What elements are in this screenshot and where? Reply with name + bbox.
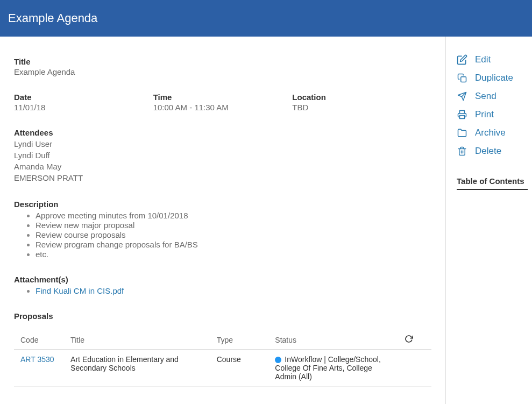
delete-label: Delete bbox=[475, 146, 501, 157]
send-label: Send bbox=[475, 91, 496, 102]
attachments-block: Attachment(s) Find Kuali CM in CIS.pdf bbox=[14, 275, 431, 295]
time-label: Time bbox=[153, 93, 293, 102]
col-status: Status bbox=[268, 330, 398, 350]
attachments-label: Attachment(s) bbox=[14, 275, 431, 284]
print-button[interactable]: Print bbox=[457, 105, 528, 124]
date-value: 11/01/18 bbox=[14, 103, 153, 112]
svg-rect-3 bbox=[460, 116, 465, 119]
date-label: Date bbox=[14, 93, 153, 102]
page-header: Example Agenda bbox=[0, 0, 532, 37]
attachments-list: Find Kuali CM in CIS.pdf bbox=[14, 286, 431, 295]
status-dot-icon bbox=[275, 357, 281, 363]
svg-rect-0 bbox=[461, 77, 466, 82]
folder-icon bbox=[457, 128, 467, 138]
proposal-status-text: InWorkflow | College/School, College Of … bbox=[275, 355, 380, 381]
delete-button[interactable]: Delete bbox=[457, 142, 528, 160]
proposal-code-link[interactable]: ART 3530 bbox=[20, 355, 54, 364]
title-block: Title Example Agenda bbox=[14, 57, 431, 76]
main-scroll-area[interactable]: Title Example Agenda Date 11/01/18 Time … bbox=[0, 37, 446, 404]
action-list: Edit Duplicate Send Print bbox=[457, 51, 528, 160]
proposal-type: Course bbox=[210, 350, 269, 387]
description-item: etc. bbox=[36, 250, 431, 259]
description-item: Approve meeting minutes from 10/01/2018 bbox=[36, 211, 431, 220]
time-value: 10:00 AM - 11:30 AM bbox=[153, 103, 293, 112]
page-title: Example Agenda bbox=[8, 11, 97, 25]
description-item: Review new major proposal bbox=[36, 221, 431, 230]
refresh-icon[interactable] bbox=[405, 335, 413, 343]
edit-label: Edit bbox=[475, 54, 491, 65]
attachment-link[interactable]: Find Kuali CM in CIS.pdf bbox=[36, 286, 124, 295]
attendee-item: EMERSON PRATT bbox=[14, 172, 431, 183]
archive-button[interactable]: Archive bbox=[457, 124, 528, 142]
main-content: Title Example Agenda Date 11/01/18 Time … bbox=[0, 37, 445, 404]
trash-icon bbox=[457, 146, 467, 156]
attendees-list: Lyndi User Lyndi Duff Amanda May EMERSON… bbox=[14, 138, 431, 183]
date-time-location-row: Date 11/01/18 Time 10:00 AM - 11:30 AM L… bbox=[14, 93, 431, 112]
table-row: ART 3530 Art Education in Elementary and… bbox=[14, 350, 431, 387]
location-value: TBD bbox=[292, 103, 431, 112]
col-type: Type bbox=[210, 330, 269, 350]
proposals-table: Code Title Type Status ART 3530 Art bbox=[14, 330, 431, 387]
attendee-item: Amanda May bbox=[14, 161, 431, 172]
date-block: Date 11/01/18 bbox=[14, 93, 153, 112]
send-icon bbox=[457, 91, 467, 101]
title-label: Title bbox=[14, 57, 431, 66]
col-refresh bbox=[398, 330, 431, 350]
description-item: Review program change proposals for BA/B… bbox=[36, 240, 431, 249]
sidebar: Edit Duplicate Send Print bbox=[446, 37, 532, 404]
col-title: Title bbox=[64, 330, 210, 350]
col-code: Code bbox=[14, 330, 64, 350]
description-label: Description bbox=[14, 200, 431, 209]
proposal-title: Art Education in Elementary and Secondar… bbox=[64, 350, 210, 387]
archive-label: Archive bbox=[475, 127, 506, 138]
attendee-item: Lyndi User bbox=[14, 138, 431, 150]
location-label: Location bbox=[292, 93, 431, 102]
edit-button[interactable]: Edit bbox=[457, 51, 528, 69]
attendee-item: Lyndi Duff bbox=[14, 150, 431, 161]
duplicate-label: Duplicate bbox=[475, 73, 513, 83]
location-block: Location TBD bbox=[292, 93, 431, 112]
title-value: Example Agenda bbox=[14, 67, 431, 76]
proposal-status: InWorkflow | College/School, College Of … bbox=[268, 350, 398, 387]
edit-icon bbox=[457, 54, 467, 65]
duplicate-button[interactable]: Duplicate bbox=[457, 69, 528, 87]
description-item: Review course proposals bbox=[36, 230, 431, 239]
print-icon bbox=[457, 110, 467, 119]
toc-header: Table of Contents bbox=[457, 176, 528, 190]
attendees-label: Attendees bbox=[14, 128, 431, 137]
proposals-label: Proposals bbox=[14, 311, 431, 321]
proposals-block: Proposals Code Title Type Status bbox=[14, 311, 431, 387]
time-block: Time 10:00 AM - 11:30 AM bbox=[153, 93, 293, 112]
description-list: Approve meeting minutes from 10/01/2018 … bbox=[14, 211, 431, 259]
description-block: Description Approve meeting minutes from… bbox=[14, 200, 431, 259]
send-button[interactable]: Send bbox=[457, 87, 528, 105]
attendees-block: Attendees Lyndi User Lyndi Duff Amanda M… bbox=[14, 128, 431, 183]
print-label: Print bbox=[475, 109, 494, 120]
duplicate-icon bbox=[457, 73, 467, 83]
attachment-item: Find Kuali CM in CIS.pdf bbox=[36, 286, 431, 295]
